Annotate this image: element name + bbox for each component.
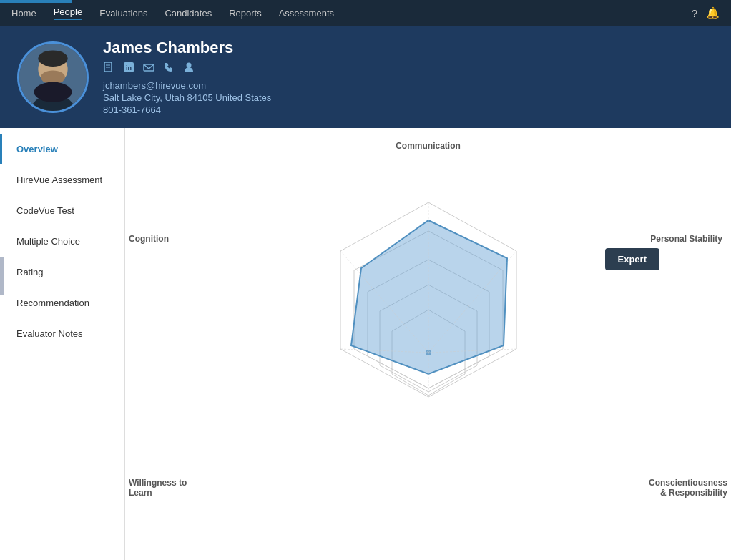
chart-area: Communication Personal Stability Conscie…: [125, 128, 731, 560]
svg-text:in: in: [126, 64, 132, 72]
svg-point-3: [38, 50, 67, 67]
avatar: [17, 41, 89, 113]
profile-header: James Chambers in jchambers@hirevue.com …: [0, 26, 731, 128]
sidebar-item-rating[interactable]: Rating: [0, 257, 124, 288]
label-cognition: Cognition: [129, 234, 169, 244]
phone-icon[interactable]: [163, 62, 175, 76]
profile-email: jchambers@hirevue.com: [103, 80, 714, 91]
sidebar-item-recommendation[interactable]: Recommendation: [0, 288, 124, 318]
nav-home[interactable]: Home: [11, 8, 36, 19]
email-icon[interactable]: [143, 62, 154, 76]
label-communication: Communication: [396, 141, 461, 151]
document-icon[interactable]: [103, 62, 114, 76]
progress-bar: [0, 0, 72, 3]
sidebar-item-evaluator-notes[interactable]: Evaluator Notes: [0, 318, 124, 349]
sidebar-item-overview[interactable]: Overview: [0, 134, 124, 164]
sidebar-item-multiple-choice[interactable]: Multiple Choice: [0, 226, 124, 257]
sidebar-item-hirevue[interactable]: HireVue Assessment: [0, 164, 124, 195]
profile-phone: 801-361-7664: [103, 104, 714, 115]
sidebar-item-codevue[interactable]: CodeVue Test: [0, 195, 124, 226]
linkedin-icon[interactable]: in: [123, 62, 134, 76]
notifications-icon[interactable]: 🔔: [706, 6, 720, 19]
sidebar: Overview HireVue Assessment CodeVue Test…: [0, 128, 125, 560]
avatar-image: [19, 44, 87, 111]
radar-chart: .grid-hex { fill: none; stroke: #ccc; st…: [221, 152, 636, 553]
svg-point-12: [187, 63, 192, 68]
profile-info: James Chambers in jchambers@hirevue.com …: [103, 39, 714, 115]
nav-people[interactable]: People: [54, 6, 82, 20]
top-nav: Home People Evaluations Candidates Repor…: [0, 0, 731, 26]
profile-name: James Chambers: [103, 39, 714, 57]
nav-icons: ? 🔔: [692, 6, 720, 19]
label-willingness: Willingness toLearn: [129, 478, 187, 498]
user-icon[interactable]: [183, 62, 195, 76]
help-icon[interactable]: ?: [692, 7, 697, 19]
profile-address: Salt Lake City, Utah 84105 United States: [103, 92, 714, 103]
svg-point-5: [34, 82, 72, 102]
nav-assessments[interactable]: Assessments: [279, 8, 334, 19]
nav-reports[interactable]: Reports: [229, 8, 262, 19]
label-personal-stability: Personal Stability: [650, 234, 722, 244]
nav-candidates[interactable]: Candidates: [165, 8, 212, 19]
expert-tooltip: Expert: [605, 248, 659, 270]
main-content: Overview HireVue Assessment CodeVue Test…: [0, 128, 731, 560]
label-conscientiousness: Conscientiousness& Responsibility: [649, 478, 727, 498]
nav-evaluations[interactable]: Evaluations: [99, 8, 147, 19]
profile-icons: in: [103, 62, 714, 76]
